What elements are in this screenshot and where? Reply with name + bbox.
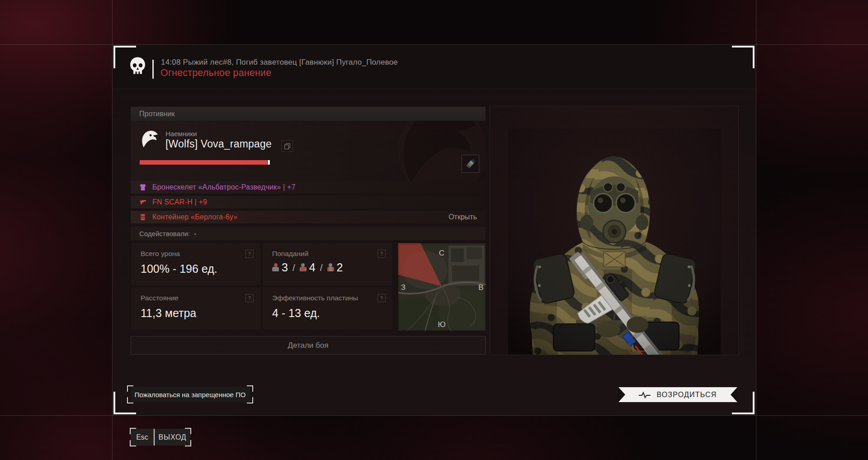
enemy-character-panel xyxy=(490,106,739,355)
equipment-row-weapon[interactable]: FN SCAR-H | +9 xyxy=(131,196,486,209)
frame-line-right xyxy=(756,0,756,460)
stat-cell-distance: Расстояние ? 11,3 метра xyxy=(131,287,261,330)
stat-cell-total-damage: Всего урона ? 100% - 196 ед. xyxy=(131,242,261,286)
open-container-button[interactable]: Открыть xyxy=(448,213,477,221)
battle-details-button[interactable]: Детали боя xyxy=(131,336,486,355)
hit-body-icon xyxy=(300,263,307,272)
enemy-character-render xyxy=(508,128,721,355)
equipment-label: FN SCAR-H | +9 xyxy=(152,198,207,206)
enemy-info-card: Наемники [Wolfs] Vova_rampage xyxy=(131,121,486,181)
bracket-icon xyxy=(185,428,191,434)
loot-item-slot[interactable] xyxy=(462,155,479,173)
respawn-button[interactable]: ВОЗРОДИТЬСЯ xyxy=(618,387,737,402)
health-tip xyxy=(268,160,270,165)
kill-log-text: 14:08 Рыжий лес#8, Погиб заветовец [Гавн… xyxy=(161,58,398,67)
stat-label: Попаданий xyxy=(272,250,308,258)
stat-value: 100% - 196 ед. xyxy=(141,262,217,275)
equipment-label: Контейнер «Берлога-6у» xyxy=(152,213,237,221)
death-screen: 14:08 Рыжий лес#8, Погиб заветовец [Гавн… xyxy=(0,0,868,460)
death-cause-text: Огнестрельное ранение xyxy=(160,67,272,79)
hit-count-head: 3 xyxy=(282,263,288,272)
equipment-row-armor[interactable]: Бронескелет «Альбатрос-Разведчик» | +7 xyxy=(131,181,486,194)
exit-button[interactable]: Esc ВЫХОД xyxy=(131,429,190,446)
frame-line-bottom xyxy=(0,415,868,416)
stat-label: Эффективность пластины xyxy=(272,294,358,302)
death-header: 14:08 Рыжий лес#8, Погиб заветовец [Гавн… xyxy=(113,45,756,89)
health-bar xyxy=(140,160,270,165)
compass-east: В xyxy=(478,283,483,292)
faction-eagle-icon xyxy=(140,129,160,150)
faction-label: Наемники xyxy=(165,130,197,138)
main-panel: 14:08 Рыжий лес#8, Погиб заветовец [Гавн… xyxy=(113,45,756,415)
minimap: С З В Ю xyxy=(397,242,486,332)
hit-separator: / xyxy=(292,263,295,272)
bracket-icon xyxy=(127,385,133,392)
stat-cell-hits: Попаданий ? 3 / 4 / 2 xyxy=(262,242,393,286)
stat-value: 11,3 метра xyxy=(141,307,196,320)
container-icon xyxy=(139,213,146,221)
help-icon[interactable]: ? xyxy=(377,294,386,302)
compass-west: З xyxy=(401,283,406,292)
assists-label: Содействовали: xyxy=(139,230,190,237)
equipment-label: Бронескелет «Альбатрос-Разведчик» | +7 xyxy=(152,183,296,191)
help-icon[interactable]: ? xyxy=(377,250,386,258)
armor-icon xyxy=(139,184,146,191)
assists-value: - xyxy=(194,230,196,237)
bracket-icon xyxy=(130,440,136,446)
bracket-icon xyxy=(130,428,136,434)
hit-count-body: 4 xyxy=(309,263,316,272)
rifle-icon xyxy=(139,199,146,206)
hit-head-icon xyxy=(272,263,279,272)
respawn-label: ВОЗРОДИТЬСЯ xyxy=(656,391,717,399)
stat-label: Всего урона xyxy=(141,250,180,258)
stat-value: 4 - 13 ед. xyxy=(272,307,320,320)
corner-bracket-bottom-right xyxy=(732,392,755,414)
hit-count-limbs: 2 xyxy=(337,263,343,272)
bracket-icon xyxy=(247,397,253,403)
header-divider xyxy=(152,60,154,79)
bottle-item-icon xyxy=(464,157,477,171)
compass-south: Ю xyxy=(438,320,445,329)
corner-bracket-top-right xyxy=(732,46,755,68)
hit-separator: / xyxy=(320,263,323,272)
corner-bracket-bottom-left xyxy=(113,392,136,414)
hit-limbs-icon xyxy=(327,263,334,272)
assists-row: Содействовали: - xyxy=(131,227,486,240)
stat-cell-plate-efficiency: Эффективность пластины ? 4 - 13 ед. xyxy=(262,287,393,330)
corner-bracket-top-left xyxy=(113,46,136,68)
health-fill xyxy=(140,160,267,165)
copy-icon xyxy=(284,143,290,149)
bracket-icon xyxy=(247,385,253,392)
enemy-player-name: [Wolfs] Vova_rampage xyxy=(165,138,272,150)
compass-north: С xyxy=(439,249,444,257)
stat-label: Расстояние xyxy=(141,294,179,302)
help-icon[interactable]: ? xyxy=(245,294,254,302)
equipment-row-container[interactable]: Контейнер «Берлога-6у» Открыть xyxy=(131,211,486,223)
report-label: Пожаловаться на запрещенное ПО xyxy=(134,391,245,398)
enemy-panel-title: Противник xyxy=(131,107,486,121)
hits-value: 3 / 4 / 2 xyxy=(272,263,343,272)
help-icon[interactable]: ? xyxy=(245,250,254,258)
bracket-icon xyxy=(185,440,191,446)
pulse-icon xyxy=(639,391,651,398)
report-cheater-button[interactable]: Пожаловаться на запрещенное ПО xyxy=(131,387,250,402)
copy-name-button[interactable] xyxy=(281,140,293,152)
